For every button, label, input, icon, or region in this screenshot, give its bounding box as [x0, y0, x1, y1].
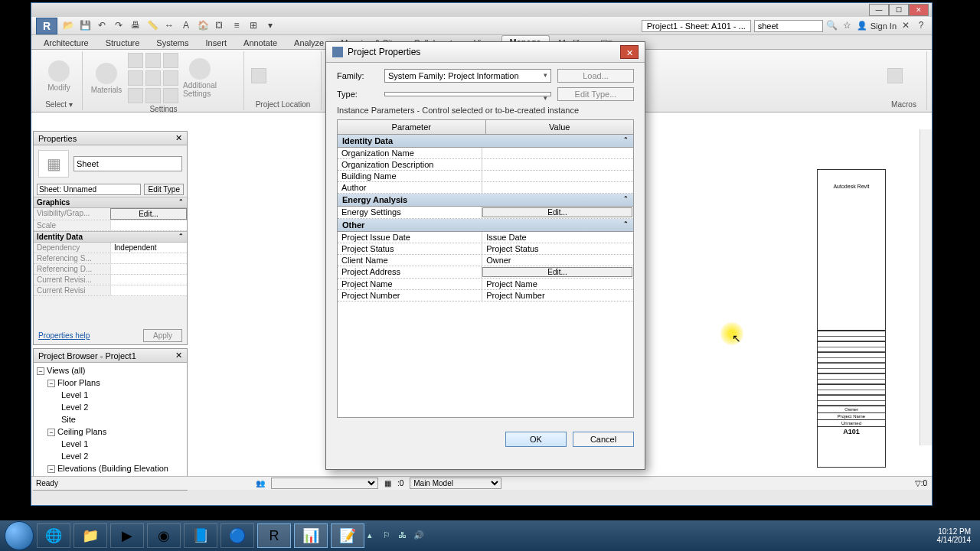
purge-icon[interactable]: [163, 70, 178, 86]
param-value-cell[interactable]: Project Name: [482, 279, 633, 289]
start-button[interactable]: [5, 521, 34, 550]
tab-insert[interactable]: Insert: [198, 37, 235, 49]
transfer-icon[interactable]: [145, 70, 161, 86]
maximize-button[interactable]: ☐: [889, 4, 909, 16]
dialog-close-button[interactable]: ✕: [620, 45, 639, 59]
filter-icon[interactable]: ▽:0: [915, 479, 927, 487]
tree-item-level1[interactable]: Level 1: [37, 389, 184, 401]
taskbar-notes[interactable]: 📝: [331, 523, 364, 548]
dim-icon[interactable]: ↔: [163, 20, 175, 32]
design-option-dropdown[interactable]: Main Model: [410, 478, 501, 489]
param-edit-button[interactable]: Edit...: [482, 207, 632, 217]
taskbar-app1[interactable]: 📘: [184, 523, 217, 548]
text-icon[interactable]: A: [180, 20, 192, 32]
tray-up-icon[interactable]: ▴: [368, 530, 378, 541]
param-value-cell[interactable]: [482, 159, 633, 170]
expander-ceilingplans[interactable]: −: [47, 429, 55, 436]
system-tray-clock[interactable]: 10:12 PM 4/14/2014: [937, 527, 976, 544]
mep-icon[interactable]: [163, 88, 178, 103]
views-root-node[interactable]: Views (all): [47, 366, 86, 375]
tray-flag-icon[interactable]: ⚐: [383, 530, 394, 541]
shared-param-icon[interactable]: [145, 88, 161, 103]
tree-item-cp-level1[interactable]: Level 1: [37, 438, 184, 450]
type-selector[interactable]: Sheet: [74, 156, 182, 171]
cancel-button[interactable]: Cancel: [573, 432, 634, 447]
elevations-node[interactable]: Elevations (Building Elevation: [57, 464, 168, 473]
tree-item-level2[interactable]: Level 2: [37, 401, 184, 413]
apply-button[interactable]: Apply: [143, 329, 182, 342]
params-icon[interactable]: [128, 70, 143, 86]
project-info-icon[interactable]: [163, 53, 178, 68]
workset-dropdown[interactable]: [271, 478, 378, 489]
thin-lines-icon[interactable]: ≡: [230, 20, 243, 32]
close-browser-icon[interactable]: ✕: [175, 350, 182, 360]
visibility-edit-button[interactable]: Edit...: [110, 208, 187, 220]
measure-icon[interactable]: 📏: [146, 20, 158, 32]
taskbar-media[interactable]: ▶: [110, 523, 144, 548]
3d-icon[interactable]: 🏠: [197, 20, 209, 32]
edit-type-dialog-button[interactable]: Edit Type...: [557, 87, 634, 101]
instance-selector[interactable]: Sheet: Unnamed: [37, 184, 141, 195]
taskbar-chrome[interactable]: ◉: [147, 523, 181, 548]
taskbar-ie[interactable]: 🌐: [37, 523, 70, 548]
undo-icon[interactable]: ↶: [96, 20, 108, 32]
close-button[interactable]: ✕: [909, 4, 929, 16]
materials-button[interactable]: Materials: [90, 63, 123, 94]
graphics-group-header[interactable]: Graphics: [34, 197, 187, 208]
additional-settings-button[interactable]: Additional Settings: [183, 58, 217, 98]
tab-annotate[interactable]: Annotate: [236, 37, 285, 49]
exchange-icon[interactable]: ✕: [900, 20, 912, 32]
print-icon[interactable]: 🖶: [129, 20, 142, 32]
section-icon[interactable]: ⛋: [214, 20, 226, 32]
close-properties-icon[interactable]: ✕: [175, 133, 182, 143]
object-styles-icon[interactable]: [128, 53, 143, 68]
expander-floorplans[interactable]: −: [47, 380, 55, 387]
tray-network-icon[interactable]: 🖧: [398, 530, 409, 541]
expander-elevations[interactable]: −: [47, 465, 55, 473]
ceiling-plans-node[interactable]: Ceiling Plans: [57, 427, 106, 436]
param-group-header[interactable]: Other: [338, 219, 633, 232]
app-menu-button[interactable]: R: [36, 18, 57, 34]
tab-structure[interactable]: Structure: [98, 37, 148, 49]
switch-windows-icon[interactable]: ▾: [264, 20, 276, 32]
taskbar-app2[interactable]: 📊: [294, 523, 328, 548]
param-value-cell[interactable]: Project Status: [482, 243, 633, 254]
sign-in-button[interactable]: Sign In: [871, 21, 897, 31]
worksets-icon[interactable]: 👥: [256, 479, 265, 487]
tab-architecture[interactable]: Architecture: [36, 37, 96, 49]
floor-plans-node[interactable]: Floor Plans: [57, 378, 100, 387]
search-icon[interactable]: 🔍: [826, 20, 838, 32]
param-value-cell[interactable]: Project Number: [482, 290, 633, 301]
taskbar-explorer[interactable]: 📁: [74, 523, 107, 548]
identity-group-header[interactable]: Identity Data: [34, 231, 187, 243]
param-group-header[interactable]: Identity Data: [338, 135, 633, 148]
save-icon[interactable]: 💾: [79, 20, 91, 32]
tree-item-site[interactable]: Site: [37, 413, 184, 425]
param-value-cell[interactable]: [482, 171, 633, 181]
redo-icon[interactable]: ↷: [113, 20, 125, 32]
taskbar-skype[interactable]: 🔵: [220, 523, 254, 548]
help-icon[interactable]: ?: [915, 20, 927, 32]
macros-icon[interactable]: [887, 68, 903, 83]
param-value-cell[interactable]: Owner: [482, 255, 633, 266]
location-icon[interactable]: [251, 68, 266, 83]
taskbar-revit[interactable]: R: [257, 523, 291, 548]
family-dropdown[interactable]: System Family: Project Information: [384, 69, 551, 83]
load-button[interactable]: Load...: [557, 69, 634, 83]
close-hidden-icon[interactable]: ⊞: [247, 20, 260, 32]
param-value-cell[interactable]: [482, 148, 633, 158]
tree-item-cp-level2[interactable]: Level 2: [37, 450, 184, 462]
tab-systems[interactable]: Systems: [149, 37, 196, 49]
modify-button[interactable]: Modify: [42, 60, 76, 92]
properties-help-link[interactable]: Properties help: [38, 331, 90, 340]
minimize-button[interactable]: —: [869, 4, 889, 16]
open-icon[interactable]: 📂: [62, 20, 74, 32]
ok-button[interactable]: OK: [505, 432, 567, 447]
param-group-header[interactable]: Energy Analysis: [338, 194, 633, 207]
tray-volume-icon[interactable]: 🔊: [413, 530, 424, 541]
search-input[interactable]: [754, 20, 823, 32]
editable-only-icon[interactable]: ▦: [384, 479, 391, 487]
snaps-icon[interactable]: [145, 53, 161, 68]
units-icon[interactable]: [128, 88, 143, 103]
param-edit-button[interactable]: Edit...: [482, 267, 632, 277]
